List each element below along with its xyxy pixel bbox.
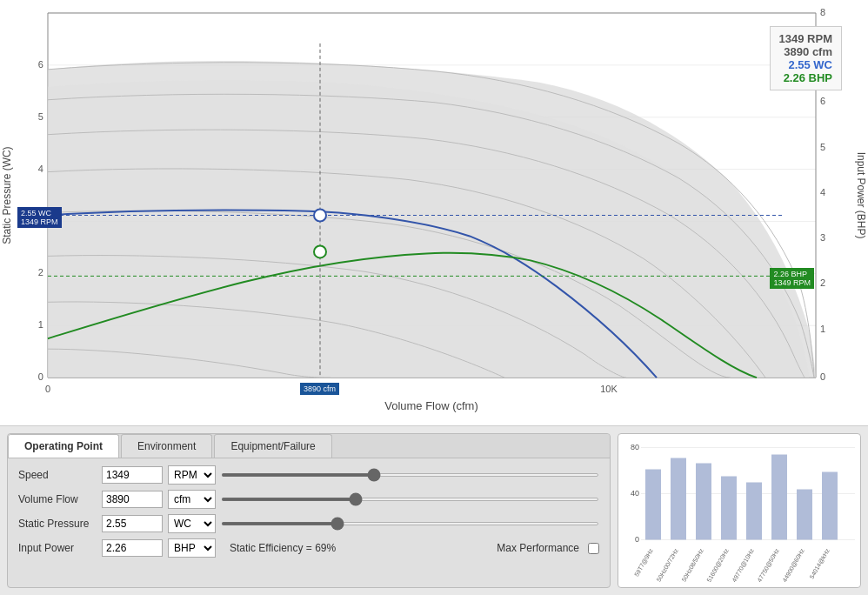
fan-curve-chart: 0 1 2 3 4 5 6 0 1 2 3 4 5 6 7 8: [0, 0, 868, 426]
mini-bar-chart: 80 40 0: [622, 438, 857, 592]
svg-text:1: 1: [38, 319, 43, 330]
svg-text:6: 6: [38, 59, 43, 70]
svg-text:10K: 10K: [600, 384, 618, 394]
svg-text:80: 80: [631, 443, 639, 451]
svg-text:0: 0: [38, 371, 43, 382]
svg-text:54014@kHz: 54014@kHz: [808, 547, 831, 579]
operating-point-label-blue: 2.55 WC 1349 RPM: [17, 207, 62, 228]
speed-input[interactable]: [102, 466, 163, 484]
svg-text:44900@60Hz: 44900@60Hz: [781, 547, 805, 583]
bottom-panel: Operating Point Environment Equipment/Fa…: [0, 426, 868, 595]
svg-point-34: [314, 210, 326, 222]
svg-text:4: 4: [38, 164, 43, 174]
svg-text:Static Pressure (WC): Static Pressure (WC): [1, 146, 13, 244]
svg-text:Volume Flow (cfm): Volume Flow (cfm): [384, 399, 477, 412]
svg-rect-47: [696, 464, 711, 540]
svg-text:8: 8: [820, 7, 825, 17]
tab-environment[interactable]: Environment: [121, 434, 212, 458]
svg-text:6: 6: [820, 96, 825, 106]
tab-operating-point[interactable]: Operating Point: [8, 434, 119, 458]
info-box: 1349 RPM 3890 cfm 2.55 WC 2.26 BHP: [770, 26, 842, 90]
svg-text:Input Power (BHP): Input Power (BHP): [855, 152, 867, 239]
cfm-label: 3890 cfm: [300, 383, 339, 395]
max-performance-checkbox[interactable]: [588, 543, 599, 554]
bhp-label: 2.26 BHP 1349 RPM: [770, 268, 814, 289]
svg-rect-49: [746, 483, 762, 540]
chart-svg: 0 1 2 3 4 5 6 0 1 2 3 4 5 6 7 8: [0, 0, 868, 425]
speed-unit-select[interactable]: RPM: [168, 465, 216, 485]
svg-text:0: 0: [820, 371, 825, 382]
static-pressure-row: Static Pressure WC: [18, 514, 599, 533]
svg-text:47750@50Hz: 47750@50Hz: [756, 547, 780, 583]
form-area: Speed RPM Volume Flow cfm: [8, 458, 610, 570]
svg-text:5: 5: [820, 142, 825, 152]
svg-text:49770@10Hz: 49770@10Hz: [731, 547, 755, 583]
tab-equipment-failure[interactable]: Equipment/Failure: [214, 434, 331, 458]
static-pressure-input[interactable]: [102, 515, 163, 532]
svg-text:59T7@9Hz: 59T7@9Hz: [633, 547, 654, 578]
svg-text:5: 5: [38, 111, 43, 122]
vol-flow-label: Volume Flow: [18, 493, 97, 505]
static-pressure-unit-select[interactable]: WC: [168, 514, 216, 533]
vol-flow-unit-select[interactable]: cfm: [168, 490, 216, 509]
svg-text:2: 2: [38, 267, 43, 277]
left-form-panel: Operating Point Environment Equipment/Fa…: [7, 433, 611, 588]
info-rpm: 1349 RPM: [779, 32, 832, 45]
svg-text:0: 0: [635, 535, 639, 544]
vol-flow-input[interactable]: [102, 491, 163, 508]
input-power-unit-select[interactable]: BHP: [168, 538, 216, 558]
svg-text:50Hz08/50Hz: 50Hz08/50Hz: [681, 547, 705, 583]
static-pressure-slider[interactable]: [221, 522, 599, 525]
svg-text:50Hz00/72Hz: 50Hz00/72Hz: [656, 547, 680, 583]
tabs-container: Operating Point Environment Equipment/Fa…: [8, 434, 610, 458]
svg-text:3: 3: [820, 232, 825, 243]
svg-rect-51: [797, 490, 812, 540]
static-efficiency-text: Static Efficiency = 69%: [230, 542, 336, 554]
svg-text:2: 2: [820, 277, 825, 288]
vol-flow-slider[interactable]: [221, 498, 599, 501]
input-power-input[interactable]: [102, 539, 163, 557]
right-mini-chart: 80 40 0: [618, 433, 861, 588]
svg-rect-50: [771, 455, 787, 540]
speed-slider[interactable]: [221, 473, 599, 477]
speed-label: Speed: [18, 469, 97, 481]
svg-text:1: 1: [820, 324, 825, 334]
info-bhp: 2.26 BHP: [779, 71, 832, 84]
svg-rect-52: [822, 472, 838, 540]
info-wc: 2.55 WC: [779, 58, 832, 71]
info-cfm: 3890 cfm: [779, 45, 832, 58]
mini-chart-svg: 80 40 0: [622, 438, 857, 592]
svg-text:40: 40: [631, 489, 639, 498]
svg-point-35: [314, 245, 326, 257]
max-performance-label: Max Performance: [497, 542, 579, 554]
svg-text:0: 0: [45, 384, 50, 394]
svg-rect-48: [721, 477, 737, 540]
svg-rect-46: [671, 458, 686, 540]
static-pressure-label: Static Pressure: [18, 518, 97, 530]
svg-text:51600@20Hz: 51600@20Hz: [705, 547, 730, 583]
input-power-label: Input Power: [18, 542, 97, 554]
svg-text:4: 4: [820, 187, 825, 197]
input-power-row: Input Power BHP Static Efficiency = 69% …: [18, 538, 599, 558]
vol-flow-row: Volume Flow cfm: [18, 490, 599, 509]
speed-row: Speed RPM: [18, 465, 599, 485]
svg-rect-45: [645, 470, 661, 540]
